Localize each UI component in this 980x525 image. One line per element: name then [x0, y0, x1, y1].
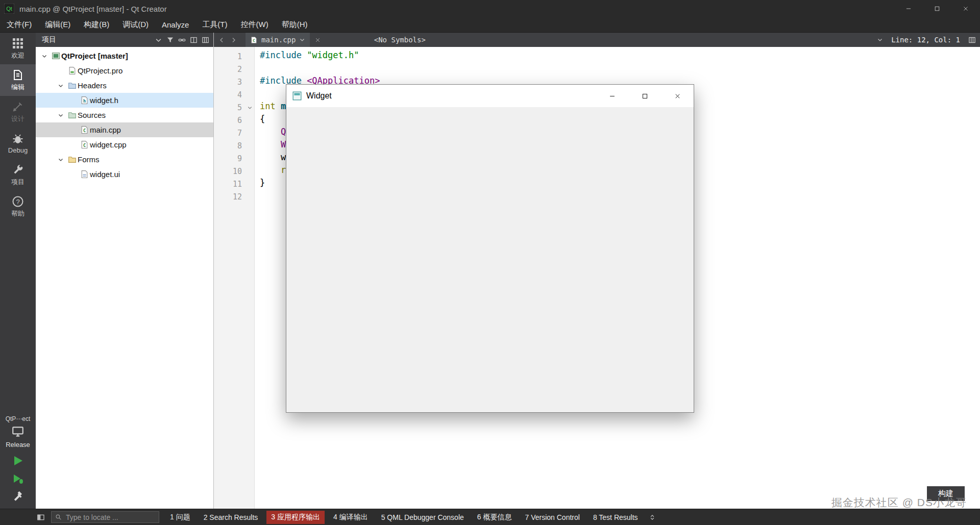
window-title: main.cpp @ QtProject [master] - Qt Creat… — [19, 5, 167, 13]
output-pane-button[interactable]: 4 编译输出 — [329, 511, 373, 524]
filter-icon[interactable] — [166, 36, 174, 44]
build-button[interactable] — [12, 491, 24, 504]
line-number: 5 — [214, 101, 254, 114]
kit-selector[interactable]: QtP⋯ectRelease — [0, 415, 36, 448]
tree-item-label: main.cpp — [90, 126, 121, 134]
mode-item-projects[interactable]: 项目 — [0, 159, 36, 191]
profile-icon — [66, 66, 78, 75]
chevron-expanded-icon[interactable] — [55, 157, 66, 163]
folder-forms-icon — [66, 155, 78, 164]
tree-item-label: QtProject.pro — [78, 66, 122, 75]
panel-selector-chevron-icon[interactable] — [155, 36, 162, 44]
chevron-expanded-icon[interactable] — [55, 83, 66, 89]
mode-item-debug[interactable]: Debug — [0, 128, 36, 159]
edit-icon — [12, 69, 24, 81]
output-pane-button[interactable]: 7 Version Control — [521, 511, 584, 523]
mode-item-label: 设计 — [11, 114, 24, 123]
mode-item-edit[interactable]: 编辑 — [0, 64, 36, 96]
output-pane-button[interactable]: 3 应用程序输出 — [266, 511, 325, 524]
output-pane-button[interactable]: 6 概要信息 — [473, 511, 517, 524]
widget-maximize-button[interactable] — [628, 85, 661, 107]
wrench-icon — [12, 164, 24, 176]
output-pane-button[interactable]: 5 QML Debugger Console — [377, 511, 469, 523]
tree-item-label: Forms — [78, 155, 100, 164]
menu-item[interactable]: 工具(T) — [195, 17, 234, 32]
tree-item-qtproject.pro[interactable]: QtProject.pro — [36, 63, 213, 78]
panel-columns-icon[interactable] — [202, 36, 209, 44]
tree-item-headers[interactable]: Headers — [36, 78, 213, 93]
window-controls — [894, 0, 980, 17]
menu-item[interactable]: Analyze — [155, 17, 195, 32]
cursor-position: Line: 12, Col: 1 — [891, 36, 960, 44]
sync-with-editor-icon[interactable] — [178, 36, 186, 44]
mode-item-label: 编辑 — [11, 83, 24, 92]
project-icon — [50, 52, 61, 60]
widget-minimize-button[interactable] — [596, 85, 628, 107]
tree-item-widget.cpp[interactable]: Cwidget.cpp — [36, 137, 213, 152]
projects-panel-header: 项目 — [36, 33, 213, 47]
menu-item[interactable]: 编辑(E) — [38, 17, 77, 32]
tree-item-label: widget.h — [90, 96, 118, 105]
svg-text:h: h — [83, 98, 85, 104]
output-pane-button[interactable]: 8 Test Results — [589, 511, 643, 523]
monitor-icon — [11, 425, 24, 438]
output-pane-button[interactable]: 2 Search Results — [199, 511, 263, 523]
mode-item-label: 项目 — [11, 178, 24, 187]
fold-marker-icon[interactable] — [247, 105, 253, 110]
output-panes: 1 问题2 Search Results3 应用程序输出4 编译输出5 QML … — [165, 511, 643, 524]
back-icon[interactable] — [217, 36, 227, 44]
menu-item[interactable]: 帮助(H) — [275, 17, 314, 32]
tree-item-qtproject-master-[interactable]: QtProject [master] — [36, 48, 213, 63]
editor-menu-chevron-icon[interactable] — [877, 37, 883, 43]
widget-close-button[interactable] — [661, 85, 694, 107]
mode-item-label: Debug — [8, 146, 28, 154]
menu-item[interactable]: 控件(W) — [234, 17, 275, 32]
editor-tab-bar: C main.cpp <No Symbols> Line: 12, Col: 1 — [214, 33, 980, 47]
menu-item[interactable]: 构建(B) — [77, 17, 116, 32]
svg-text:C: C — [253, 38, 255, 43]
close-button[interactable] — [951, 0, 980, 17]
watermark: 掘金技术社区 @ DS小龙哥 — [831, 495, 967, 510]
widget-window-titlebar[interactable]: Widget — [286, 85, 694, 107]
split-panel-icon[interactable] — [190, 36, 198, 44]
menu-item[interactable]: 调试(D) — [116, 17, 155, 32]
locator-input[interactable] — [65, 513, 155, 522]
progress-details-icon[interactable] — [37, 513, 45, 521]
split-editor-icon[interactable] — [968, 36, 976, 44]
minimize-button[interactable] — [894, 0, 923, 17]
locator[interactable] — [51, 511, 159, 523]
output-pane-button[interactable]: 1 问题 — [165, 511, 195, 524]
mode-item-welcome[interactable]: 欢迎 — [0, 33, 36, 64]
maximize-button[interactable] — [923, 0, 951, 17]
tree-item-widget.ui[interactable]: widget.ui — [36, 167, 213, 182]
tree-item-sources[interactable]: Sources — [36, 108, 213, 122]
code-line — [260, 63, 980, 76]
debug-run-button[interactable] — [12, 473, 24, 485]
menu-bar: 文件(F)编辑(E)构建(B)调试(D)Analyze工具(T)控件(W)帮助(… — [0, 17, 980, 33]
tab-close-icon[interactable] — [312, 37, 324, 43]
tree-item-widget.h[interactable]: hwidget.h — [36, 93, 213, 108]
folder-headers-icon — [66, 81, 78, 90]
folder-sources-icon — [66, 111, 78, 119]
run-button[interactable] — [12, 455, 24, 467]
menu-item[interactable]: 文件(F) — [0, 17, 38, 32]
forward-icon[interactable] — [229, 36, 238, 44]
tree-item-forms[interactable]: Forms — [36, 152, 213, 167]
widget-app-icon — [292, 91, 302, 101]
tree-item-main.cpp[interactable]: Cmain.cpp — [36, 122, 213, 137]
line-number: 2 — [214, 63, 254, 76]
pane-arrows-icon[interactable] — [649, 514, 656, 521]
line-number: 7 — [214, 127, 254, 139]
chevron-expanded-icon[interactable] — [39, 53, 50, 59]
editor-gutter: 123456789101112 — [214, 47, 255, 509]
qt-creator-window: Qt main.cpp @ QtProject [master] - Qt Cr… — [0, 0, 980, 525]
tab-main-cpp[interactable]: C main.cpp — [246, 33, 310, 47]
line-number: 4 — [214, 88, 254, 101]
chevron-expanded-icon[interactable] — [55, 112, 66, 118]
debug-icon — [12, 133, 24, 145]
tab-dropdown-icon[interactable] — [299, 37, 305, 43]
widget-window-title: Widget — [306, 91, 332, 101]
mode-item-help[interactable]: ?帮助 — [0, 191, 36, 222]
line-number: 12 — [214, 190, 254, 203]
file-cpp-icon: C — [79, 140, 90, 149]
